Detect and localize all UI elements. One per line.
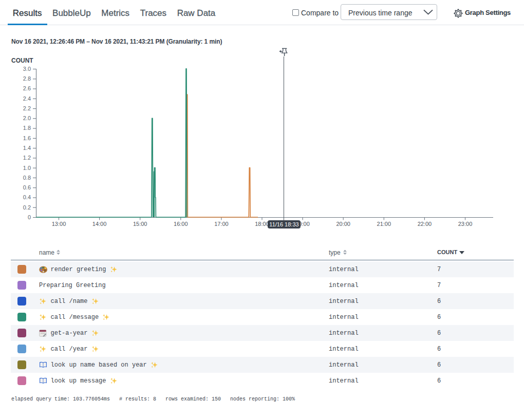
svg-text:0.4: 0.4 <box>23 194 31 200</box>
svg-text:2.4: 2.4 <box>23 96 31 102</box>
svg-text:14:00: 14:00 <box>92 221 107 227</box>
svg-text:0.6: 0.6 <box>23 184 31 190</box>
svg-text:3.0: 3.0 <box>23 66 31 72</box>
svg-text:2.8: 2.8 <box>23 75 31 82</box>
svg-text:22:00: 22:00 <box>418 221 432 227</box>
svg-text:0: 0 <box>28 214 31 220</box>
svg-text:1.2: 1.2 <box>23 155 31 161</box>
svg-text:2.2: 2.2 <box>23 105 31 111</box>
svg-text:16:00: 16:00 <box>174 221 188 227</box>
svg-text:15:00: 15:00 <box>133 221 147 227</box>
svg-text:0.8: 0.8 <box>23 175 31 181</box>
svg-text:21:00: 21:00 <box>377 221 391 227</box>
svg-text:23:00: 23:00 <box>458 221 473 227</box>
svg-text:2.0: 2.0 <box>23 115 31 121</box>
svg-text:17:00: 17:00 <box>214 221 229 227</box>
svg-text:1.4: 1.4 <box>23 145 31 151</box>
svg-text:1.0: 1.0 <box>23 165 31 171</box>
svg-text:0.2: 0.2 <box>23 204 31 211</box>
svg-text:COUNT: COUNT <box>11 57 33 64</box>
svg-text:20:00: 20:00 <box>336 221 350 227</box>
svg-text:1.8: 1.8 <box>23 125 31 131</box>
svg-text:2.6: 2.6 <box>23 85 31 91</box>
svg-text:18:00: 18:00 <box>255 221 269 227</box>
svg-text:11/16 18:33: 11/16 18:33 <box>269 221 298 227</box>
svg-text:1.6: 1.6 <box>23 135 31 141</box>
svg-text:13:00: 13:00 <box>52 221 66 227</box>
